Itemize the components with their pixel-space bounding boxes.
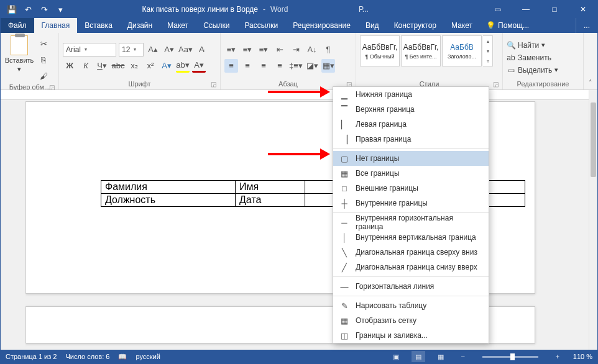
align-right-icon[interactable]: ≡ [257, 59, 270, 73]
text-effects-icon[interactable]: A▾ [160, 59, 173, 73]
numbering-icon[interactable]: ≡▾ [241, 43, 254, 57]
style-heading1[interactable]: АаБбВЗаголово... [442, 35, 482, 66]
zoom-out-button[interactable]: − [456, 351, 470, 362]
select-button[interactable]: ▭Выделить ▾ [507, 64, 579, 76]
underline-button[interactable]: Ч▾ [95, 59, 109, 73]
find-button[interactable]: 🔍Найти ▾ [507, 39, 579, 52]
close-icon[interactable]: ✕ [569, 1, 597, 18]
style-normal[interactable]: АаБбВвГг,¶ Обычный [360, 35, 400, 66]
menu-bottom-border[interactable]: ▁Нижняя граница [333, 87, 489, 102]
web-layout-icon[interactable]: ▦ [434, 351, 448, 362]
multilevel-icon[interactable]: ≡▾ [257, 43, 270, 57]
table-cell[interactable]: Должность [101, 194, 236, 207]
share-button[interactable]: ... [576, 18, 597, 33]
subscript-button[interactable]: x₂ [127, 59, 141, 73]
read-mode-icon[interactable]: ▣ [389, 351, 403, 362]
document-title: Как писать поверх линии в Ворде [142, 5, 258, 14]
bold-button[interactable]: Ж [63, 59, 76, 73]
tab-layout[interactable]: Макет [160, 18, 196, 33]
styles-more[interactable]: ▴▾▿ [483, 35, 493, 66]
show-marks-icon[interactable]: ¶ [321, 43, 335, 57]
decrease-indent-icon[interactable]: ⇤ [273, 43, 287, 57]
redo-icon[interactable]: ↷ [37, 2, 52, 17]
menu-right-border[interactable]: ▕Правая граница [333, 132, 489, 147]
tab-developer[interactable]: Конструктор [387, 18, 444, 33]
maximize-icon[interactable]: □ [540, 1, 569, 18]
font-color-icon[interactable]: A▾ [192, 59, 206, 73]
launcher-icon[interactable]: ◲ [211, 81, 216, 88]
superscript-button[interactable]: x² [144, 59, 157, 73]
italic-button[interactable]: К [79, 59, 93, 73]
ribbon-options-icon[interactable]: ▭ [483, 1, 512, 18]
menu-diag-up-border[interactable]: ╱Диагональная граница снизу вверх [333, 260, 489, 275]
print-layout-icon[interactable]: ▤ [412, 351, 425, 362]
table-cell[interactable]: Фамилия [101, 181, 236, 194]
qat-customize-icon[interactable]: ▾ [53, 2, 68, 17]
line-spacing-icon[interactable]: ‡≡▾ [289, 59, 303, 73]
menu-inside-h-border[interactable]: ─Внутренняя горизонтальная граница [333, 215, 489, 230]
tell-me[interactable]: 💡Помощ... [480, 18, 535, 33]
scroll-thumb[interactable] [591, 102, 596, 177]
launcher-icon[interactable]: ◲ [493, 81, 499, 88]
strike-button[interactable]: abc [111, 59, 125, 73]
tab-home[interactable]: Главная [34, 18, 78, 33]
replace-button[interactable]: abЗаменить [507, 52, 579, 64]
vertical-scrollbar[interactable] [589, 90, 597, 350]
menu-inside-borders[interactable]: ┼Внутренние границы [333, 196, 489, 211]
menu-horizontal-line[interactable]: ―Горизонтальная линия [333, 279, 489, 294]
menu-all-borders[interactable]: ▦Все границы [333, 166, 489, 181]
paste-button[interactable]: Вставить ▾ [4, 35, 34, 73]
tab-review[interactable]: Рецензирование [285, 18, 358, 33]
menu-diag-down-border[interactable]: ╲Диагональная граница сверху вниз [333, 245, 489, 260]
status-page[interactable]: Страница 1 из 2 [6, 353, 57, 360]
status-words[interactable]: Число слов: 6 [65, 353, 109, 360]
table-cell[interactable]: Имя [236, 181, 305, 194]
undo-icon[interactable]: ↶ [21, 2, 35, 17]
minimize-icon[interactable]: ― [512, 1, 540, 18]
change-case-icon[interactable]: Aa▾ [178, 43, 193, 57]
collapse-ribbon-icon[interactable]: ˄ [589, 79, 592, 87]
increase-indent-icon[interactable]: ⇥ [289, 43, 303, 57]
clear-format-icon[interactable]: A̶ [195, 43, 209, 57]
tab-file[interactable]: Файл [1, 18, 34, 33]
status-language[interactable]: русский [136, 353, 160, 360]
format-painter-icon[interactable]: 🖌 [37, 69, 50, 83]
zoom-slider[interactable] [482, 356, 538, 358]
align-center-icon[interactable]: ≡ [241, 59, 254, 73]
bullets-icon[interactable]: ≡▾ [224, 43, 238, 57]
align-left-icon[interactable]: ≡ [224, 59, 238, 73]
font-size-combo[interactable]: 12▾ [119, 43, 144, 57]
spellcheck-icon[interactable]: 📖 [118, 353, 127, 361]
save-icon[interactable]: 💾 [4, 2, 19, 17]
menu-outside-borders[interactable]: □Внешние границы [333, 181, 489, 196]
tab-insert[interactable]: Вставка [77, 18, 120, 33]
shading-icon[interactable]: ◪▾ [305, 59, 319, 73]
borders-button[interactable]: ▦▾ [321, 59, 335, 73]
table-cell[interactable]: Дата [236, 194, 305, 207]
menu-borders-shading[interactable]: ◫Границы и заливка... [333, 328, 489, 343]
zoom-in-button[interactable]: + [551, 351, 564, 362]
copy-icon[interactable]: ⎘ [37, 53, 50, 66]
tab-layout2[interactable]: Макет [444, 18, 480, 33]
grow-font-icon[interactable]: A▴ [146, 43, 160, 57]
borders-dropdown: ▁Нижняя граница ▔Верхняя граница ▏Левая … [333, 86, 489, 344]
border-diag-down-icon: ╲ [339, 247, 349, 257]
sort-icon[interactable]: A↓ [305, 43, 319, 57]
shrink-font-icon[interactable]: A▾ [162, 43, 176, 57]
menu-view-gridlines[interactable]: ▦Отобразить сетку [333, 313, 489, 328]
tab-view[interactable]: Вид [358, 18, 387, 33]
font-name-combo[interactable]: Arial▾ [63, 43, 116, 57]
style-no-spacing[interactable]: АаБбВвГг,¶ Без инте... [401, 35, 441, 66]
highlight-icon[interactable]: ab▾ [176, 59, 190, 73]
menu-left-border[interactable]: ▏Левая граница [333, 117, 489, 132]
tab-mailings[interactable]: Рассылки [237, 18, 285, 33]
menu-top-border[interactable]: ▔Верхняя граница [333, 102, 489, 117]
zoom-level[interactable]: 110 % [573, 353, 592, 360]
menu-draw-table[interactable]: ✎Нарисовать таблицу [333, 298, 489, 313]
cut-icon[interactable]: ✂ [37, 37, 50, 50]
tab-design[interactable]: Дизайн [120, 18, 160, 33]
tab-references[interactable]: Ссылки [196, 18, 237, 33]
justify-icon[interactable]: ≡ [273, 59, 287, 73]
menu-inside-v-border[interactable]: │Внутренняя вертикальная граница [333, 230, 489, 245]
menu-no-border[interactable]: ▢Нет границы [333, 151, 489, 166]
